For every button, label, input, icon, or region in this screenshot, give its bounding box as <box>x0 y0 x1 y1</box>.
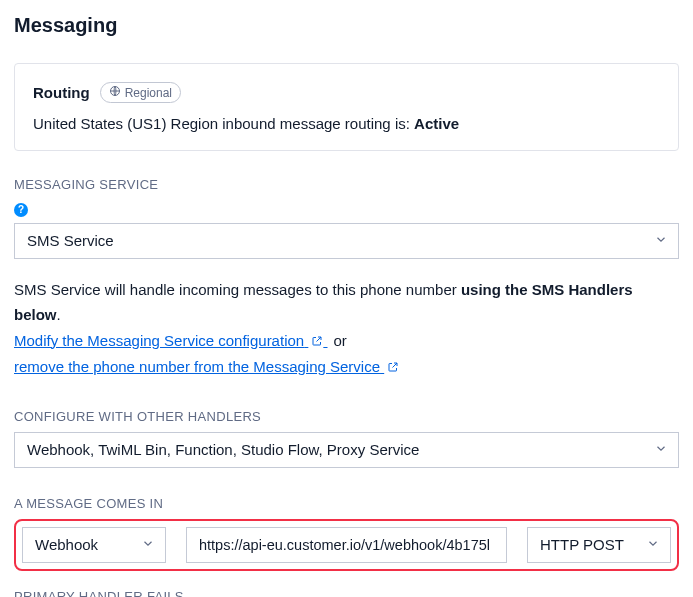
external-link-icon <box>387 359 399 376</box>
message-comes-in-label: A MESSAGE COMES IN <box>14 496 679 511</box>
other-handlers-select[interactable]: Webhook, TwiML Bin, Function, Studio Flo… <box>14 432 679 468</box>
routing-body: United States (US1) Region inbound messa… <box>33 115 660 132</box>
globe-icon <box>109 85 121 100</box>
modify-config-link[interactable]: Modify the Messaging Service configurati… <box>14 332 328 349</box>
chevron-down-icon <box>141 536 155 553</box>
routing-status: Active <box>414 115 459 132</box>
help-icon[interactable]: ? <box>14 203 28 217</box>
messaging-service-label: MESSAGING SERVICE <box>14 177 679 192</box>
message-in-method-select[interactable]: HTTP POST <box>527 527 671 563</box>
routing-panel: Routing Regional United States (US1) Reg… <box>14 63 679 151</box>
remove-number-label: remove the phone number from the Messagi… <box>14 358 380 375</box>
message-in-method-value: HTTP POST <box>540 536 624 553</box>
other-handlers-selected: Webhook, TwiML Bin, Function, Studio Flo… <box>27 441 419 458</box>
routing-title: Routing <box>33 84 90 101</box>
messaging-service-selected: SMS Service <box>27 232 114 249</box>
other-handlers-label: CONFIGURE WITH OTHER HANDLERS <box>14 409 679 424</box>
modify-config-label: Modify the Messaging Service configurati… <box>14 332 304 349</box>
chevron-down-icon <box>646 536 660 553</box>
messaging-service-description: SMS Service will handle incoming message… <box>14 277 679 381</box>
message-comes-in-row: Webhook HTTP POST <box>14 519 679 571</box>
chevron-down-icon <box>654 232 668 249</box>
external-link-icon <box>311 333 327 350</box>
regional-badge: Regional <box>100 82 181 103</box>
message-in-type-value: Webhook <box>35 536 98 553</box>
page-title: Messaging <box>14 14 679 37</box>
regional-badge-label: Regional <box>125 86 172 100</box>
desc-prefix: SMS Service will handle incoming message… <box>14 281 461 298</box>
remove-number-link[interactable]: remove the phone number from the Messagi… <box>14 358 399 375</box>
message-in-url-input[interactable] <box>186 527 507 563</box>
messaging-service-select[interactable]: SMS Service <box>14 223 679 259</box>
primary-handler-fails-label: PRIMARY HANDLER FAILS <box>14 589 679 598</box>
message-in-type-select[interactable]: Webhook <box>22 527 166 563</box>
or-text: or <box>334 332 347 349</box>
desc-period: . <box>57 306 61 323</box>
chevron-down-icon <box>654 441 668 458</box>
routing-body-prefix: United States (US1) Region inbound messa… <box>33 115 414 132</box>
